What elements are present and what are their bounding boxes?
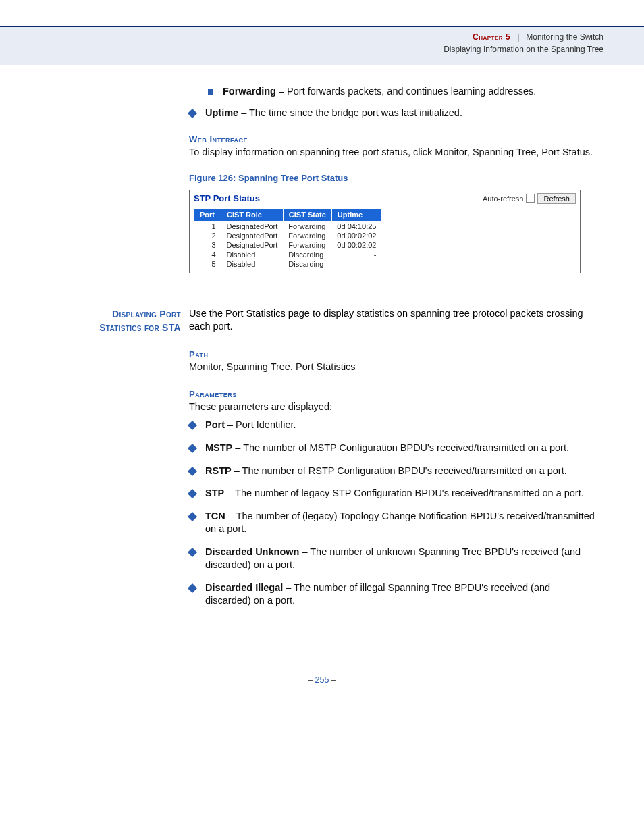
text-path: Monitor, Spanning Tree, Port Statistics (189, 361, 597, 374)
diamond-bullet-icon (188, 108, 197, 118)
table-row: 5 Disabled Discarding - (194, 259, 382, 269)
list-item: TCN – The number of (legacy) Topology Ch… (189, 510, 597, 536)
heading-parameters: Parameters (189, 389, 597, 399)
diamond-bullet-icon (188, 489, 197, 498)
list-item: RSTP – The number of RSTP Configuration … (189, 465, 597, 478)
text-parameters: These parameters are displayed: (189, 400, 597, 414)
text-web-interface: To display information on spanning tree … (189, 146, 597, 159)
diamond-bullet-icon (188, 583, 197, 593)
square-bullet-icon (208, 89, 213, 95)
term-uptime: Uptime (205, 107, 238, 118)
table-row: 2 DesignatedPort Forwarding 0d 00:02:02 (194, 231, 382, 240)
desc-forwarding: – Port forwards packets, and continues l… (276, 86, 536, 97)
col-state: CIST State (283, 208, 331, 221)
page-number: 255 (315, 675, 329, 685)
figure-title: STP Port Status (194, 193, 260, 203)
figure-screenshot: STP Port Status Auto-refresh Refresh Por… (189, 190, 581, 273)
header-subtitle: Displaying Information on the Spanning T… (0, 43, 603, 55)
table-row: 4 Disabled Discarding - (194, 250, 382, 259)
desc-uptime: – The time since the bridge port was las… (238, 107, 462, 118)
list-item: Port – Port Identifier. (189, 419, 597, 432)
page-header: Chapter 5 | Monitoring the Switch Displa… (0, 27, 644, 65)
header-title: Monitoring the Switch (526, 32, 603, 42)
list-item: Forwarding – Port forwards packets, and … (208, 85, 597, 99)
list-item: Uptime – The time since the bridge port … (189, 107, 597, 120)
figure-label: Figure 126: Spanning Tree Port Status (189, 173, 597, 183)
term-forwarding: Forwarding (223, 86, 276, 97)
list-item: STP – The number of legacy STP Configura… (189, 487, 597, 500)
chapter-label: Chapter 5 (473, 32, 510, 42)
page-footer: – 255 – (47, 675, 597, 685)
table-header-row: Port CIST Role CIST State Uptime (194, 208, 382, 221)
diamond-bullet-icon (188, 466, 197, 475)
refresh-button[interactable]: Refresh (537, 193, 576, 204)
table-row: 1 DesignatedPort Forwarding 0d 04:10:25 (194, 221, 382, 231)
col-uptime: Uptime (331, 208, 381, 221)
heading-path: Path (189, 349, 597, 359)
heading-web-interface: Web Interface (189, 134, 597, 145)
section-intro: Use the Port Statistics page to display … (189, 307, 597, 335)
auto-refresh-checkbox[interactable] (526, 194, 535, 203)
section-side-heading: Displaying Port Statistics for STA (47, 307, 189, 335)
diamond-bullet-icon (188, 421, 197, 430)
diamond-bullet-icon (188, 512, 197, 521)
col-role: CIST Role (221, 208, 284, 221)
header-sep: | (512, 32, 523, 42)
list-item: Discarded Unknown – The number of unknow… (189, 546, 597, 572)
diamond-bullet-icon (188, 444, 197, 453)
diamond-bullet-icon (188, 548, 197, 557)
auto-refresh-label: Auto-refresh (483, 194, 524, 203)
col-port: Port (194, 208, 221, 221)
table-row: 3 DesignatedPort Forwarding 0d 00:02:02 (194, 240, 382, 250)
list-item: MSTP – The number of MSTP Configuration … (189, 442, 597, 455)
list-item: Discarded Illegal – The number of illega… (189, 581, 597, 608)
stp-table: Port CIST Role CIST State Uptime 1 Desig… (194, 208, 382, 269)
